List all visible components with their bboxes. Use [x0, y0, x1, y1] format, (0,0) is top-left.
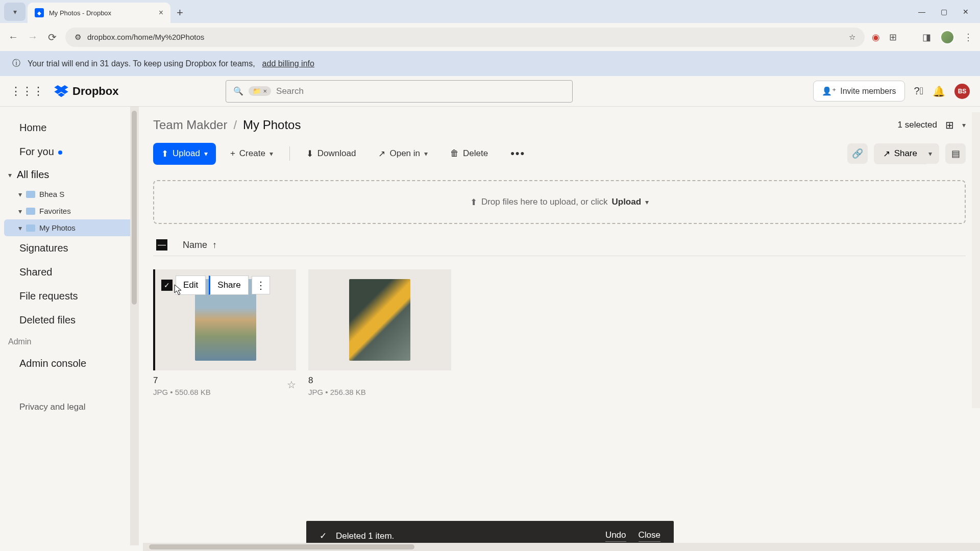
- dropbox-favicon: ◆: [35, 8, 44, 17]
- view-grid-icon[interactable]: ⊞: [945, 119, 954, 131]
- profile-avatar[interactable]: [940, 30, 954, 44]
- brand[interactable]: Dropbox: [54, 85, 118, 98]
- details-panel-button[interactable]: ▤: [945, 143, 966, 164]
- file-grid: ✓ Edit Share ⋮ 7 JPG • 550.68 KB ☆: [153, 269, 966, 396]
- sidebar-scrollbar[interactable]: [130, 107, 138, 545]
- new-tab-button[interactable]: +: [177, 6, 183, 19]
- file-name: 8: [308, 375, 366, 386]
- notifications-icon[interactable]: 🔔: [933, 85, 945, 97]
- file-checkbox[interactable]: ✓: [161, 280, 173, 291]
- close-window-icon[interactable]: ✕: [963, 8, 969, 16]
- horizontal-scrollbar[interactable]: [143, 543, 980, 551]
- undo-button[interactable]: Undo: [605, 530, 626, 542]
- browser-tab[interactable]: ◆ My Photos - Dropbox ×: [28, 3, 170, 23]
- extensions-icon[interactable]: ⊞: [889, 32, 897, 43]
- sidebar-item-for-you[interactable]: For you: [0, 140, 138, 164]
- vertical-scrollbar[interactable]: [972, 112, 980, 408]
- upload-button[interactable]: ⬆ Upload ▾: [153, 143, 216, 165]
- reload-icon[interactable]: ⟳: [46, 31, 58, 43]
- sidebar-folder-my-photos[interactable]: ▾ My Photos: [4, 219, 133, 236]
- sidebar-section-admin: Admin: [0, 332, 138, 352]
- edit-button[interactable]: Edit: [176, 276, 206, 295]
- plus-icon: +: [230, 148, 235, 159]
- sidebar-item-all-files[interactable]: ▾ All files: [0, 164, 138, 186]
- minimize-icon[interactable]: —: [918, 8, 925, 16]
- open-in-button[interactable]: ↗ Open in ▾: [370, 143, 436, 165]
- account-avatar[interactable]: BS: [954, 84, 970, 99]
- sidebar-folder-bhea[interactable]: ▾ Bhea S: [4, 186, 133, 203]
- search-box[interactable]: 🔍 📁 ×: [226, 80, 573, 103]
- sidebar-item-deleted-files[interactable]: Deleted files: [0, 308, 138, 332]
- column-header-name[interactable]: Name ↑: [183, 240, 217, 251]
- external-link-icon: ↗: [378, 148, 385, 159]
- sidebar-item-privacy[interactable]: Privacy and legal: [0, 396, 138, 418]
- upload-icon: ⬆: [161, 148, 168, 159]
- bookmark-icon[interactable]: ☆: [849, 33, 855, 42]
- file-card[interactable]: ✓ Edit Share ⋮ 7 JPG • 550.68 KB ☆: [153, 269, 296, 396]
- folder-label: Favorites: [39, 207, 71, 215]
- chevron-down-icon: ▾: [8, 171, 12, 179]
- sidebar-item-admin-console[interactable]: Admin console: [0, 352, 138, 375]
- folder-label: My Photos: [39, 223, 76, 232]
- link-icon: 🔗: [852, 148, 863, 159]
- star-icon[interactable]: ☆: [287, 379, 296, 391]
- copy-link-button[interactable]: 🔗: [847, 143, 868, 164]
- download-button[interactable]: ⬇ Download: [298, 143, 364, 165]
- close-tab-icon[interactable]: ×: [159, 8, 163, 17]
- search-icon: 🔍: [233, 86, 243, 96]
- file-thumbnail[interactable]: [308, 269, 451, 370]
- toolbar-separator: [289, 146, 290, 161]
- person-add-icon: 👤⁺: [822, 86, 836, 96]
- delete-button[interactable]: 🗑 Delete: [442, 143, 496, 164]
- chevron-down-icon: ▾: [424, 149, 428, 158]
- dropbox-logo-icon: [54, 85, 68, 97]
- share-button[interactable]: ↗ Share: [874, 143, 926, 164]
- extension-icon[interactable]: ◉: [872, 32, 880, 43]
- maximize-icon[interactable]: ▢: [941, 8, 947, 16]
- apps-grid-icon[interactable]: ⋮⋮⋮: [10, 85, 44, 98]
- chevron-down-icon: ▾: [18, 190, 22, 198]
- invite-members-button[interactable]: 👤⁺ Invite members: [813, 81, 904, 102]
- file-card[interactable]: 8 JPG • 256.38 KB: [308, 269, 451, 396]
- chevron-down-icon: ▾: [204, 149, 208, 158]
- sidebar-item-file-requests[interactable]: File requests: [0, 284, 138, 308]
- file-meta: JPG • 550.68 KB: [153, 388, 211, 396]
- share-icon: ↗: [883, 148, 890, 159]
- view-options-chevron-icon[interactable]: ▾: [962, 121, 966, 129]
- search-input[interactable]: [276, 86, 565, 96]
- side-panel-icon[interactable]: ◨: [922, 32, 931, 43]
- tab-search-button[interactable]: ▾: [4, 3, 26, 21]
- select-all-checkbox[interactable]: —: [156, 239, 167, 251]
- more-actions-button[interactable]: •••: [502, 141, 533, 166]
- create-button[interactable]: + Create ▾: [222, 143, 281, 164]
- sidebar-item-signatures[interactable]: Signatures: [0, 236, 138, 260]
- dropzone-upload-link[interactable]: Upload: [611, 197, 641, 207]
- share-dropdown-button[interactable]: ▾: [921, 143, 939, 164]
- file-more-button[interactable]: ⋮: [252, 276, 270, 294]
- breadcrumb-parent[interactable]: Team Makder: [153, 118, 227, 132]
- share-button[interactable]: Share: [209, 276, 248, 295]
- back-icon[interactable]: ←: [7, 31, 19, 43]
- chevron-down-icon: ▾: [18, 207, 22, 215]
- close-toast-button[interactable]: Close: [639, 530, 660, 542]
- help-icon[interactable]: ?⃝: [914, 85, 923, 97]
- browser-menu-icon[interactable]: ⋮: [964, 32, 973, 43]
- column-header-row: — Name ↑: [153, 234, 966, 256]
- chevron-down-icon: ▾: [270, 149, 273, 158]
- sidebar-item-home[interactable]: Home: [0, 116, 138, 140]
- search-scope-chip[interactable]: 📁 ×: [249, 86, 271, 96]
- info-icon: ⓘ: [12, 58, 20, 69]
- thumbnail-image: [349, 279, 410, 361]
- add-billing-link[interactable]: add billing info: [262, 59, 314, 68]
- file-thumbnail[interactable]: ✓ Edit Share ⋮: [153, 269, 296, 370]
- sidebar-folder-favorites[interactable]: ▾ Favorites: [4, 203, 133, 219]
- sidebar-item-shared[interactable]: Shared: [0, 260, 138, 284]
- site-settings-icon[interactable]: ⚙: [75, 33, 81, 42]
- trial-banner: ⓘ Your trial will end in 31 days. To kee…: [0, 51, 980, 76]
- breadcrumb-separator: /: [233, 118, 237, 132]
- folder-label: Bhea S: [39, 190, 64, 198]
- upload-label: Upload: [173, 148, 200, 159]
- file-name: 7: [153, 375, 211, 386]
- upload-dropzone[interactable]: ⬆ Drop files here to upload, or click Up…: [153, 180, 966, 224]
- address-bar[interactable]: ⚙ dropbox.com/home/My%20Photos ☆: [65, 28, 865, 47]
